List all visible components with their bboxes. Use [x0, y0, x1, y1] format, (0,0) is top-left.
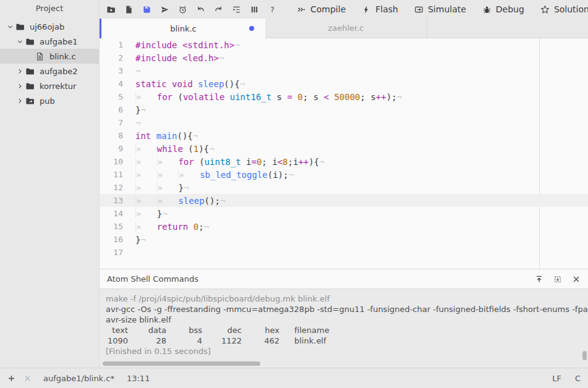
tree-item-label: uj66ojab: [30, 22, 64, 32]
tree-item-label: aufgabe1: [40, 37, 78, 46]
line-number: 17: [100, 248, 123, 257]
toolbar: CompileFlashSimulateDebugSolutionSPiCboa…: [100, 0, 588, 19]
sidebar-title: Project: [0, 4, 99, 19]
panel-expand-icon[interactable]: [535, 275, 543, 284]
code-line: 13» » sleep();¬: [100, 194, 588, 207]
send-icon[interactable]: [156, 0, 174, 19]
status-grammar[interactable]: C: [575, 374, 581, 383]
chevron-right-icon[interactable]: [15, 83, 25, 90]
line-number: 3: [100, 66, 123, 75]
folder-icon: [25, 67, 35, 76]
folder-icon: [25, 37, 35, 46]
code-line: 17: [100, 246, 588, 259]
status-file-path[interactable]: aufgabe1/blink.c*: [43, 374, 114, 383]
horizontal-scrollbar[interactable]: [103, 361, 260, 366]
line-number: 11: [100, 170, 123, 179]
status-cursor-position[interactable]: 13:11: [127, 374, 150, 383]
timer-icon[interactable]: [174, 0, 192, 19]
code-line-content: » return 0;¬: [123, 222, 209, 232]
code-line: 11» » » sb_led_toggle(i);¬: [100, 168, 588, 181]
line-number: 6: [100, 105, 123, 114]
chevron-down-icon[interactable]: [15, 38, 25, 45]
line-number: 8: [100, 131, 123, 140]
tree-item-folder-korrektur[interactable]: korrektur: [0, 78, 99, 93]
code-line-content: » » }¬: [123, 183, 189, 193]
tab-bar: blink.czaehler.c: [100, 19, 588, 38]
code-line: 5» for (volatile uint16_t s = 0; s < 500…: [100, 90, 588, 103]
code-line-content: #include <stdint.h>¬: [123, 40, 240, 50]
line-number: 12: [100, 183, 123, 192]
toolbar-button-label: Debug: [496, 4, 524, 14]
code-line-content: }¬: [123, 235, 146, 245]
tree-item-folder-aufgabe1[interactable]: aufgabe1: [0, 34, 99, 49]
output-line: avr-size blink.elf: [106, 314, 582, 325]
tree-item-folder-aufgabe2[interactable]: aufgabe2: [0, 64, 99, 78]
add-command-button[interactable]: [6, 373, 16, 383]
toolbar-right-group: CompileFlashSimulateDebugSolutionSPiCboa…: [289, 0, 588, 19]
line-number: 13: [100, 196, 123, 205]
line-number: 4: [100, 79, 123, 88]
modified-dot: [249, 26, 254, 31]
code-line: 12» » }¬: [100, 181, 588, 194]
code-line-content: #include <led.h>¬: [123, 53, 224, 63]
code-line: 14» }¬: [100, 207, 588, 220]
line-number: 2: [100, 53, 123, 62]
tree-item-folder-uj66ojab[interactable]: uj66ojab: [0, 19, 99, 34]
tab-label: blink.c: [170, 24, 197, 33]
build-output-panel: Atom Shell Commands make -f /proj/i4spic…: [100, 269, 588, 368]
tree-item-label: aufgabe2: [40, 67, 78, 76]
tab-zaehlerc[interactable]: zaehler.c: [265, 19, 427, 38]
code-line: 16}¬: [100, 233, 588, 246]
tab-blinkc[interactable]: blink.c: [100, 19, 265, 38]
compile-button[interactable]: Compile: [289, 0, 354, 19]
flash-button[interactable]: Flash: [354, 0, 406, 19]
code-line-content: int main(){¬: [123, 131, 198, 141]
status-right-group: LF C: [552, 374, 581, 383]
add-project-icon[interactable]: [102, 0, 120, 19]
code-line-content: » » » sb_led_toggle(i);¬: [123, 170, 294, 180]
help-icon[interactable]: [263, 0, 281, 19]
close-command-icon[interactable]: [22, 373, 32, 383]
simulate-button[interactable]: Simulate: [406, 0, 474, 19]
tree-item-folder-pub[interactable]: pub: [0, 93, 99, 108]
debug-icon: [482, 5, 492, 14]
chevron-right-icon[interactable]: [15, 98, 25, 104]
status-line-ending[interactable]: LF: [552, 374, 561, 383]
close-icon[interactable]: [572, 275, 581, 284]
toolbar-button-label: Compile: [310, 4, 346, 14]
toolbar-button-label: Solution: [554, 4, 588, 14]
new-file-icon[interactable]: [120, 0, 138, 19]
tree-item-label: blink.c: [49, 52, 76, 61]
project-sidebar: Project uj66ojabaufgabe1blink.caufgabe2k…: [0, 0, 99, 368]
chevron-down-icon[interactable]: [5, 23, 15, 30]
code-editor[interactable]: 1#include <stdint.h>¬2#include <led.h>¬3…: [100, 38, 588, 269]
code-line-content: static void sleep(){¬: [123, 79, 245, 89]
solution-button[interactable]: Solution: [532, 0, 588, 19]
line-number: 1: [100, 40, 123, 49]
save-icon[interactable]: [138, 0, 156, 19]
panel-header-icons: [535, 275, 581, 284]
tree-item-file-blinkc[interactable]: blink.c: [0, 49, 99, 64]
code-line-content: » » for (uint8_t i=0; i<8;i++){¬: [123, 157, 325, 167]
folder-icon: [25, 82, 35, 91]
code-line: 8int main(){¬: [100, 129, 588, 142]
line-number: 9: [100, 144, 123, 153]
vertical-scrollbar[interactable]: [582, 351, 587, 360]
project-tree: uj66ojabaufgabe1blink.caufgabe2korrektur…: [0, 19, 99, 108]
code-line: 7¬: [100, 116, 588, 129]
tab-label: zaehler.c: [328, 23, 364, 33]
output-line: make -f /proj/i4spic/pub/libspicboard/de…: [106, 293, 582, 304]
flash-icon: [362, 5, 371, 14]
panel-header: Atom Shell Commands: [100, 269, 588, 289]
panel-dock-icon[interactable]: [553, 275, 562, 284]
columns-icon[interactable]: [245, 0, 263, 19]
auto-indent-icon[interactable]: [228, 0, 245, 19]
code-line-content: ¬: [123, 118, 140, 128]
tree-item-label: pub: [40, 96, 55, 106]
line-number: 14: [100, 209, 123, 218]
undo-icon[interactable]: [192, 0, 210, 19]
chevron-right-icon[interactable]: [15, 68, 25, 75]
code-line: 2#include <led.h>¬: [100, 51, 588, 64]
redo-icon[interactable]: [210, 0, 228, 19]
debug-button[interactable]: Debug: [474, 0, 532, 19]
